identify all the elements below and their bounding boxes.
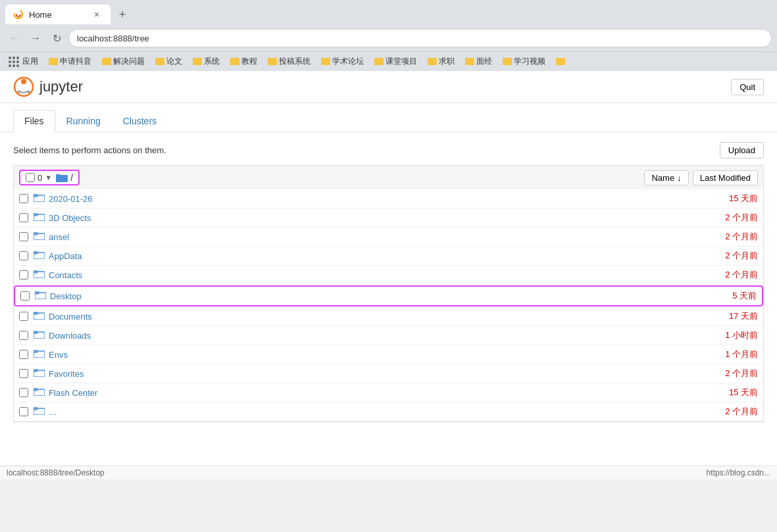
folder-icon — [34, 368, 49, 379]
file-checkbox[interactable] — [19, 331, 28, 340]
table-row: Documents17 天前 — [14, 307, 763, 326]
tab-spinner-icon — [13, 9, 24, 20]
folder-icon — [34, 311, 49, 322]
bookmark-3[interactable]: 论文 — [152, 55, 186, 68]
file-date: 2 个月前 — [725, 368, 758, 379]
browser-tab[interactable]: Home × — [5, 5, 111, 24]
dropdown-arrow[interactable]: ▼ — [45, 174, 52, 181]
svg-point-0 — [14, 11, 22, 18]
path-root-label: / — [70, 172, 73, 183]
bookmark-5[interactable]: 教程 — [227, 55, 261, 68]
bookmark-folder-icon — [321, 58, 330, 65]
last-modified-button[interactable]: Last Modified — [693, 170, 758, 185]
file-checkbox[interactable] — [19, 232, 28, 241]
quit-button[interactable]: Quit — [731, 79, 764, 95]
bookmark-6[interactable]: 投稿系统 — [264, 55, 314, 68]
selected-count: 0 — [38, 173, 42, 183]
file-date: 15 天前 — [729, 193, 758, 205]
tab-clusters[interactable]: Clusters — [112, 110, 168, 132]
file-name-link[interactable]: Flash Center — [49, 388, 729, 398]
bookmark-folder-icon — [465, 58, 474, 65]
bookmark-2[interactable]: 解决问题 — [99, 55, 148, 68]
file-name-link[interactable]: Envs — [49, 350, 725, 360]
bookmark-label: 学术论坛 — [332, 56, 364, 67]
table-row: Envs1 个月前 — [14, 345, 763, 364]
file-checkbox[interactable] — [19, 407, 28, 416]
file-checkbox[interactable] — [19, 213, 28, 222]
sort-name-button[interactable]: Name ↓ — [644, 170, 688, 185]
new-tab-button[interactable]: + — [113, 5, 132, 24]
file-checkbox[interactable] — [19, 270, 28, 279]
tab-close-button[interactable]: × — [91, 9, 103, 20]
file-date: 5 天前 — [732, 290, 757, 302]
bookmark-label: 课堂项目 — [386, 56, 417, 67]
bookmark-apps-label: 应用 — [22, 56, 38, 67]
folder-icon — [34, 349, 49, 360]
file-checkbox[interactable] — [19, 312, 28, 321]
bookmark-more[interactable] — [553, 57, 568, 66]
file-name-link[interactable]: AppData — [49, 251, 725, 261]
bookmark-label: 学习视频 — [514, 56, 545, 67]
bookmark-folder-icon — [102, 58, 111, 65]
refresh-button[interactable]: ↻ — [47, 29, 66, 47]
table-row: Flash Center15 天前 — [14, 383, 763, 402]
file-checkbox[interactable] — [19, 388, 28, 397]
bookmark-10[interactable]: 面经 — [462, 55, 495, 68]
bookmark-folder-icon — [268, 58, 277, 65]
bookmark-7[interactable]: 学术论坛 — [318, 55, 367, 68]
folder-icon — [34, 251, 49, 261]
file-name-link[interactable]: Contacts — [49, 270, 725, 280]
file-name-link[interactable]: ansel — [49, 232, 725, 242]
file-name-link[interactable]: … — [49, 407, 725, 417]
bookmark-folder-icon — [503, 58, 512, 65]
file-date: 17 天前 — [729, 310, 758, 322]
tab-running[interactable]: Running — [55, 110, 112, 132]
folder-icon — [56, 173, 68, 182]
file-name-link[interactable]: Downloads — [49, 331, 725, 341]
bookmark-folder-icon — [556, 58, 565, 65]
file-name-link[interactable]: Desktop — [50, 291, 732, 301]
table-row: 3D Objects2 个月前 — [14, 208, 763, 228]
bookmark-4[interactable]: 系统 — [189, 55, 223, 68]
file-checkbox[interactable] — [19, 369, 28, 378]
bookmarks-apps[interactable]: 应用 — [5, 55, 41, 68]
folder-icon — [34, 212, 49, 223]
bookmark-folder-icon — [230, 58, 239, 65]
file-name-link[interactable]: Favorites — [49, 369, 725, 379]
file-checkbox[interactable] — [19, 350, 28, 359]
jupyter-logo: jupyter — [13, 76, 83, 97]
upload-button[interactable]: Upload — [720, 142, 764, 158]
bookmark-1[interactable]: 申请抖音 — [45, 55, 95, 68]
table-row: …2 个月前 — [14, 402, 763, 422]
file-select-controls: 0 ▼ — [26, 173, 52, 183]
file-list: 2020-01-2615 天前 3D Objects2 个月前 ansel2 个… — [13, 189, 764, 422]
select-all-checkbox[interactable] — [26, 173, 35, 182]
current-path: / — [56, 172, 73, 183]
file-checkbox[interactable] — [19, 194, 28, 203]
file-name-link[interactable]: 2020-01-26 — [49, 194, 729, 204]
table-row: AppData2 个月前 — [14, 247, 763, 266]
file-date: 1 个月前 — [725, 349, 758, 360]
folder-icon — [34, 387, 49, 398]
folder-icon — [34, 270, 49, 280]
bookmark-9[interactable]: 求职 — [424, 55, 458, 68]
file-checkbox[interactable] — [19, 251, 28, 260]
bookmark-label: 教程 — [241, 56, 257, 67]
status-bar-right: https://blog.csdn... — [707, 468, 770, 477]
file-name-link[interactable]: Documents — [49, 312, 729, 322]
file-name-link[interactable]: 3D Objects — [49, 213, 725, 223]
forward-button[interactable]: → — [26, 29, 45, 47]
svg-point-1 — [16, 12, 20, 16]
file-date: 2 个月前 — [725, 250, 758, 262]
bookmark-11[interactable]: 学习视频 — [499, 55, 549, 68]
folder-icon — [35, 291, 50, 301]
file-date: 2 个月前 — [725, 231, 758, 243]
tab-files[interactable]: Files — [13, 110, 55, 132]
url-input[interactable] — [68, 29, 772, 47]
back-button[interactable]: ← — [5, 29, 24, 47]
file-date: 2 个月前 — [725, 212, 758, 224]
bookmark-8[interactable]: 课堂项目 — [371, 55, 420, 68]
file-checkbox[interactable] — [20, 291, 30, 301]
apps-icon — [9, 57, 19, 67]
table-row: Favorites2 个月前 — [14, 364, 763, 383]
